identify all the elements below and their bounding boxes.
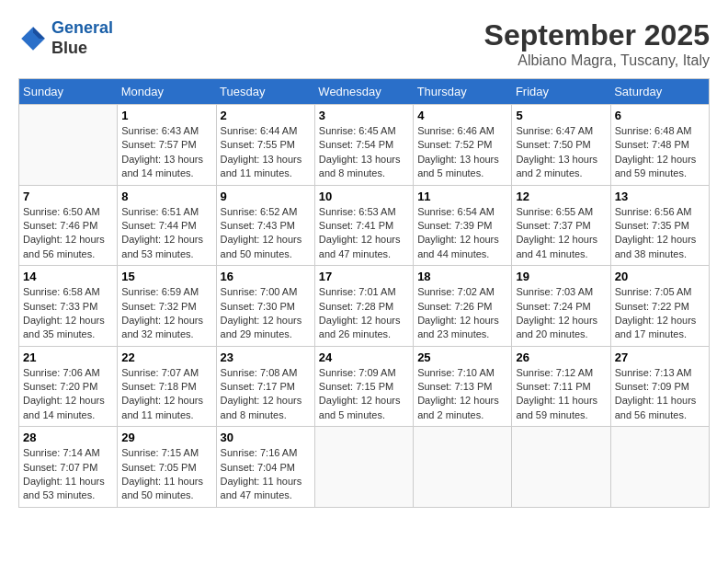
day-info: Sunrise: 6:43 AM Sunset: 7:57 PM Dayligh… — [121, 124, 211, 181]
calendar-cell: 22Sunrise: 7:07 AM Sunset: 7:18 PM Dayli… — [118, 346, 216, 427]
weekday-header-wednesday: Wednesday — [314, 79, 413, 105]
calendar-cell: 24Sunrise: 7:09 AM Sunset: 7:15 PM Dayli… — [314, 346, 413, 427]
day-number: 20 — [615, 270, 705, 283]
day-number: 25 — [417, 350, 507, 364]
location-title: Albiano Magra, Tuscany, Italy — [484, 52, 710, 69]
day-info: Sunrise: 7:16 AM Sunset: 7:04 PM Dayligh… — [221, 446, 311, 503]
weekday-header-tuesday: Tuesday — [216, 79, 314, 105]
weekday-header-sunday: Sunday — [19, 79, 118, 105]
day-number: 13 — [615, 190, 705, 203]
day-info: Sunrise: 7:00 AM Sunset: 7:30 PM Dayligh… — [221, 285, 311, 342]
calendar-cell: 28Sunrise: 7:14 AM Sunset: 7:07 PM Dayli… — [19, 427, 118, 508]
day-info: Sunrise: 7:13 AM Sunset: 7:09 PM Dayligh… — [615, 366, 705, 423]
weekday-header-friday: Friday — [512, 79, 610, 105]
day-info: Sunrise: 7:01 AM Sunset: 7:28 PM Dayligh… — [319, 285, 409, 342]
day-info: Sunrise: 7:09 AM Sunset: 7:15 PM Dayligh… — [319, 366, 409, 423]
calendar-cell: 25Sunrise: 7:10 AM Sunset: 7:13 PM Dayli… — [414, 346, 512, 427]
calendar-cell: 26Sunrise: 7:12 AM Sunset: 7:11 PM Dayli… — [512, 346, 610, 427]
logo-icon — [18, 24, 48, 53]
day-number: 16 — [221, 270, 311, 283]
logo-text: General Blue — [51, 18, 113, 58]
calendar-cell: 8Sunrise: 6:51 AM Sunset: 7:44 PM Daylig… — [118, 185, 216, 266]
day-info: Sunrise: 6:51 AM Sunset: 7:44 PM Dayligh… — [121, 205, 211, 262]
day-info: Sunrise: 6:50 AM Sunset: 7:46 PM Dayligh… — [23, 205, 113, 262]
calendar-cell: 21Sunrise: 7:06 AM Sunset: 7:20 PM Dayli… — [19, 346, 118, 427]
calendar-cell: 9Sunrise: 6:52 AM Sunset: 7:43 PM Daylig… — [216, 185, 314, 266]
calendar-cell: 29Sunrise: 7:15 AM Sunset: 7:05 PM Dayli… — [118, 427, 216, 508]
week-row-2: 7Sunrise: 6:50 AM Sunset: 7:46 PM Daylig… — [19, 185, 710, 266]
day-number: 5 — [516, 109, 606, 122]
day-number: 12 — [516, 190, 606, 203]
calendar-cell: 3Sunrise: 6:45 AM Sunset: 7:54 PM Daylig… — [314, 105, 413, 186]
calendar-cell: 18Sunrise: 7:02 AM Sunset: 7:26 PM Dayli… — [414, 266, 512, 347]
day-info: Sunrise: 7:07 AM Sunset: 7:18 PM Dayligh… — [121, 366, 211, 423]
calendar-cell: 14Sunrise: 6:58 AM Sunset: 7:33 PM Dayli… — [19, 266, 118, 347]
day-info: Sunrise: 6:53 AM Sunset: 7:41 PM Dayligh… — [319, 205, 409, 262]
day-number: 4 — [417, 109, 507, 122]
calendar-cell: 2Sunrise: 6:44 AM Sunset: 7:55 PM Daylig… — [216, 105, 314, 186]
calendar-cell — [512, 427, 610, 508]
logo-line2: Blue — [51, 39, 113, 59]
day-info: Sunrise: 7:05 AM Sunset: 7:22 PM Dayligh… — [615, 285, 705, 342]
day-number: 26 — [516, 350, 606, 364]
day-number: 9 — [221, 190, 311, 203]
logo: General Blue — [18, 18, 113, 58]
calendar-cell: 12Sunrise: 6:55 AM Sunset: 7:37 PM Dayli… — [512, 185, 610, 266]
day-number: 10 — [319, 190, 409, 203]
calendar-cell: 11Sunrise: 6:54 AM Sunset: 7:39 PM Dayli… — [414, 185, 512, 266]
day-info: Sunrise: 7:02 AM Sunset: 7:26 PM Dayligh… — [417, 285, 507, 342]
title-block: September 2025 Albiano Magra, Tuscany, I… — [484, 18, 710, 69]
calendar-cell: 17Sunrise: 7:01 AM Sunset: 7:28 PM Dayli… — [314, 266, 413, 347]
day-info: Sunrise: 6:58 AM Sunset: 7:33 PM Dayligh… — [23, 285, 113, 342]
week-row-4: 21Sunrise: 7:06 AM Sunset: 7:20 PM Dayli… — [19, 346, 710, 427]
day-number: 23 — [221, 350, 311, 364]
day-number: 28 — [23, 431, 113, 444]
calendar-cell: 23Sunrise: 7:08 AM Sunset: 7:17 PM Dayli… — [216, 346, 314, 427]
calendar-cell: 16Sunrise: 7:00 AM Sunset: 7:30 PM Dayli… — [216, 266, 314, 347]
calendar-cell: 20Sunrise: 7:05 AM Sunset: 7:22 PM Dayli… — [610, 266, 709, 347]
day-info: Sunrise: 6:47 AM Sunset: 7:50 PM Dayligh… — [516, 124, 606, 181]
calendar-cell: 7Sunrise: 6:50 AM Sunset: 7:46 PM Daylig… — [19, 185, 118, 266]
week-row-3: 14Sunrise: 6:58 AM Sunset: 7:33 PM Dayli… — [19, 266, 710, 347]
calendar-cell: 30Sunrise: 7:16 AM Sunset: 7:04 PM Dayli… — [216, 427, 314, 508]
day-number: 8 — [121, 190, 211, 203]
day-info: Sunrise: 6:52 AM Sunset: 7:43 PM Dayligh… — [221, 205, 311, 262]
calendar-cell — [610, 427, 709, 508]
day-info: Sunrise: 6:59 AM Sunset: 7:32 PM Dayligh… — [121, 285, 211, 342]
calendar-cell: 6Sunrise: 6:48 AM Sunset: 7:48 PM Daylig… — [610, 105, 709, 186]
day-info: Sunrise: 6:54 AM Sunset: 7:39 PM Dayligh… — [417, 205, 507, 262]
calendar-cell: 13Sunrise: 6:56 AM Sunset: 7:35 PM Dayli… — [610, 185, 709, 266]
day-number: 15 — [121, 270, 211, 283]
calendar-table: SundayMondayTuesdayWednesdayThursdayFrid… — [18, 78, 710, 508]
day-number: 7 — [23, 190, 113, 203]
day-info: Sunrise: 7:06 AM Sunset: 7:20 PM Dayligh… — [23, 366, 113, 423]
calendar-cell: 19Sunrise: 7:03 AM Sunset: 7:24 PM Dayli… — [512, 266, 610, 347]
day-info: Sunrise: 6:44 AM Sunset: 7:55 PM Dayligh… — [221, 124, 311, 181]
day-number: 1 — [121, 109, 211, 122]
day-info: Sunrise: 6:48 AM Sunset: 7:48 PM Dayligh… — [615, 124, 705, 181]
day-number: 6 — [615, 109, 705, 122]
weekday-header-monday: Monday — [118, 79, 216, 105]
calendar-cell: 1Sunrise: 6:43 AM Sunset: 7:57 PM Daylig… — [118, 105, 216, 186]
day-info: Sunrise: 7:12 AM Sunset: 7:11 PM Dayligh… — [516, 366, 606, 423]
day-info: Sunrise: 7:14 AM Sunset: 7:07 PM Dayligh… — [23, 446, 113, 503]
calendar-cell — [19, 105, 118, 186]
day-number: 14 — [23, 270, 113, 283]
day-info: Sunrise: 7:10 AM Sunset: 7:13 PM Dayligh… — [417, 366, 507, 423]
day-number: 29 — [121, 431, 211, 444]
calendar-cell: 4Sunrise: 6:46 AM Sunset: 7:52 PM Daylig… — [414, 105, 512, 186]
day-info: Sunrise: 6:45 AM Sunset: 7:54 PM Dayligh… — [319, 124, 409, 181]
calendar-cell: 5Sunrise: 6:47 AM Sunset: 7:50 PM Daylig… — [512, 105, 610, 186]
day-info: Sunrise: 7:08 AM Sunset: 7:17 PM Dayligh… — [221, 366, 311, 423]
day-number: 22 — [121, 350, 211, 364]
month-title: September 2025 — [484, 18, 710, 52]
week-row-5: 28Sunrise: 7:14 AM Sunset: 7:07 PM Dayli… — [19, 427, 710, 508]
day-number: 24 — [319, 350, 409, 364]
day-info: Sunrise: 7:03 AM Sunset: 7:24 PM Dayligh… — [516, 285, 606, 342]
weekday-header-thursday: Thursday — [414, 79, 512, 105]
day-number: 2 — [221, 109, 311, 122]
calendar-cell — [414, 427, 512, 508]
page-header: General Blue September 2025 Albiano Magr… — [18, 18, 710, 69]
day-info: Sunrise: 6:46 AM Sunset: 7:52 PM Dayligh… — [417, 124, 507, 181]
day-number: 17 — [319, 270, 409, 283]
